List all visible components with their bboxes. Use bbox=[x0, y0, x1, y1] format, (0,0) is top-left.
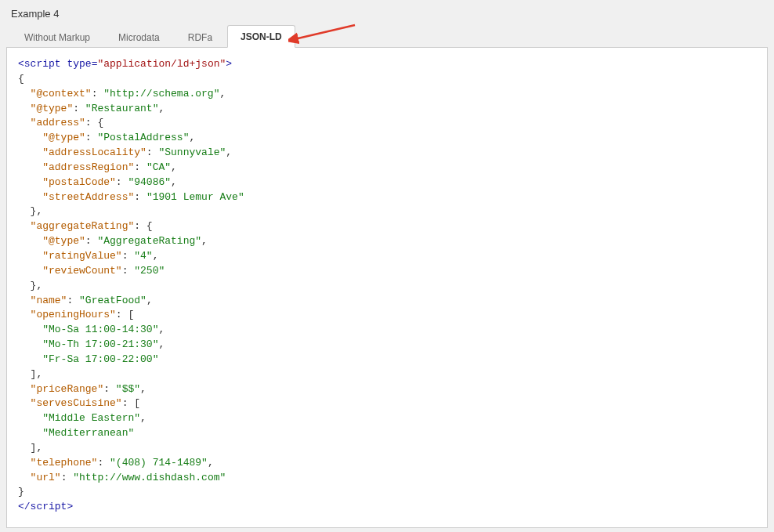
tab-bar: Without Markup Microdata RDFa JSON-LD bbox=[6, 24, 768, 48]
tab-rdfa[interactable]: RDFa bbox=[175, 26, 226, 48]
code-close-tag: </script> bbox=[18, 501, 73, 512]
tab-microdata[interactable]: Microdata bbox=[105, 26, 173, 48]
code-panel: <script type="application/ld+json"> { "@… bbox=[6, 48, 768, 528]
example-title: Example 4 bbox=[11, 8, 768, 20]
tab-json-ld[interactable]: JSON-LD bbox=[227, 25, 295, 48]
code-open-tag: <script type="application/ld+json"> bbox=[18, 58, 232, 70]
example-container: Example 4 Without Markup Microdata RDFa … bbox=[6, 8, 768, 528]
tab-without-markup[interactable]: Without Markup bbox=[11, 26, 103, 48]
